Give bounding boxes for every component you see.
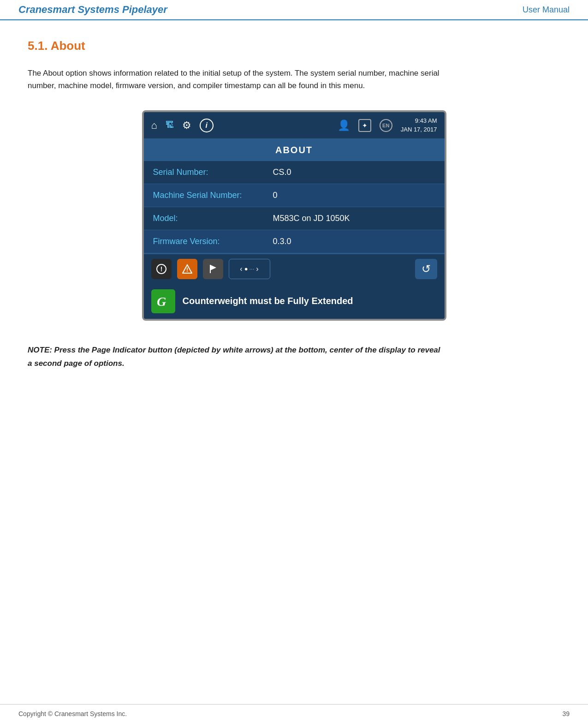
gear-icon[interactable]: ⚙ [182, 120, 191, 131]
svg-text:!: ! [160, 265, 162, 273]
model-value: M583C on JD 1050K [273, 214, 350, 223]
back-button[interactable]: ↺ [415, 259, 437, 279]
firmware-value: 0.3.0 [273, 237, 291, 246]
page-indicator-button[interactable]: ‹ ● ··· › [229, 259, 270, 279]
alert-button[interactable]: ! [151, 259, 172, 279]
document-title: Cranesmart Systems Pipelayer [18, 4, 167, 16]
svg-text:!: ! [186, 267, 188, 273]
svg-marker-5 [210, 265, 216, 270]
info-icon[interactable]: i [200, 119, 214, 132]
table-row: Firmware Version: 0.3.0 [144, 230, 445, 253]
time-display: 9:43 AM JAN 17, 2017 [401, 117, 437, 133]
model-label: Model: [153, 214, 273, 223]
flag-button[interactable] [203, 259, 223, 279]
machine-serial-label: Machine Serial Number: [153, 191, 273, 200]
document-subtitle: User Manual [523, 5, 570, 15]
time: 9:43 AM [401, 117, 437, 125]
page-header: Cranesmart Systems Pipelayer User Manual [0, 0, 588, 20]
device-bottombar: ! ! ‹ ● ··· › [144, 253, 445, 284]
section-text: The About option shows information relat… [28, 67, 443, 92]
crane-icon[interactable]: 🏗 [166, 120, 174, 130]
firmware-label: Firmware Version: [153, 237, 273, 246]
serial-number-label: Serial Number: [153, 167, 273, 177]
date: JAN 17, 2017 [401, 125, 437, 134]
about-title: ABOUT [144, 139, 445, 161]
warning-message: Counterweight must be Fully Extended [183, 296, 353, 306]
svg-text:G: G [157, 294, 166, 309]
section-heading: 5.1. About [28, 39, 560, 53]
machine-serial-value: 0 [273, 191, 278, 200]
page-footer: Copyright © Cranesmart Systems Inc. 39 [0, 704, 588, 723]
footer-page-number: 39 [562, 710, 570, 717]
table-row: Model: M583C on JD 1050K [144, 207, 445, 230]
note-text: NOTE: Press the Page Indicator button (d… [28, 344, 443, 370]
serial-number-value: CS.0 [273, 167, 291, 177]
home-icon[interactable]: ⌂ [151, 120, 157, 131]
warning-bar: G Counterweight must be Fully Extended [144, 284, 445, 319]
warning-button[interactable]: ! [177, 259, 197, 279]
brightness-icon[interactable]: ✦ [358, 119, 371, 132]
device-topbar: ⌂ 🏗 ⚙ i 👤 ✦ EN 9:43 AM JAN 17, 2017 [144, 112, 445, 139]
table-row: Machine Serial Number: 0 [144, 184, 445, 207]
person-icon: 👤 [338, 120, 350, 131]
table-row: Serial Number: CS.0 [144, 161, 445, 184]
warning-crane-icon: G [151, 289, 175, 313]
footer-copyright: Copyright © Cranesmart Systems Inc. [18, 710, 127, 717]
language-icon[interactable]: EN [380, 119, 392, 132]
main-content: 5.1. About The About option shows inform… [0, 20, 588, 417]
device-screen: ⌂ 🏗 ⚙ i 👤 ✦ EN 9:43 AM JAN 17, 2017 ABOU… [142, 110, 446, 320]
